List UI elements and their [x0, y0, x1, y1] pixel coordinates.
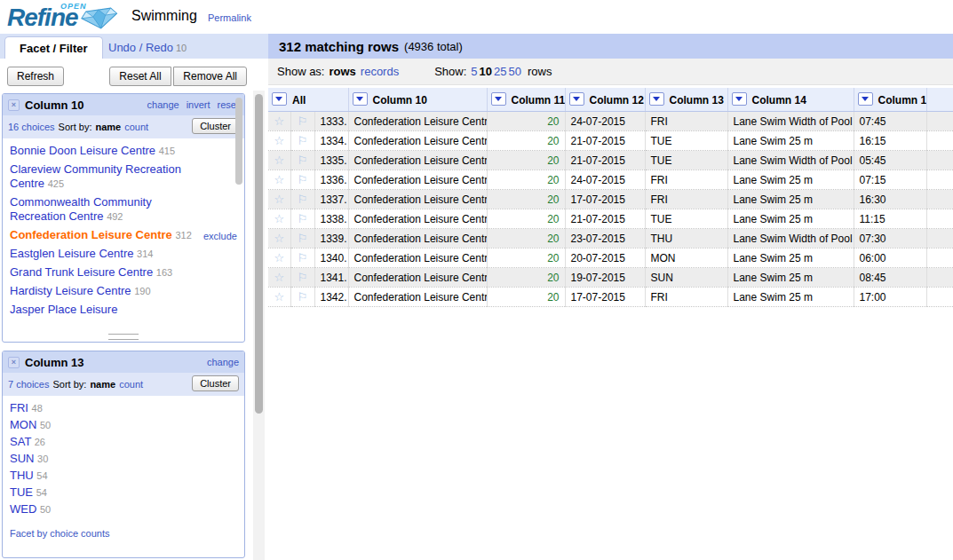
permalink-link[interactable]: Permalink — [208, 12, 251, 23]
cell-c13[interactable]: FRI — [645, 112, 727, 131]
refresh-button[interactable]: Refresh — [7, 67, 64, 86]
cluster-button[interactable]: Cluster — [192, 118, 239, 134]
star-icon[interactable]: ☆ — [274, 134, 284, 147]
cell-c14[interactable]: Lane Swim Width of Pool — [727, 229, 854, 248]
facet-choice-label[interactable]: SAT — [10, 435, 31, 448]
facet-change-link[interactable]: change — [207, 357, 239, 367]
facet-choice-label[interactable]: Clareview Community Recreation Centre — [10, 162, 181, 190]
flag-icon[interactable]: ⚐ — [298, 212, 308, 225]
show-as-rows-option[interactable]: rows — [329, 65, 355, 78]
star-icon[interactable]: ☆ — [274, 271, 284, 284]
star-icon[interactable]: ☆ — [274, 251, 284, 264]
tab-undo-redo[interactable]: Undo / Redo10 — [108, 41, 187, 54]
cell-c11[interactable]: 20 — [487, 209, 565, 229]
flag-icon[interactable]: ⚐ — [298, 290, 308, 304]
cell-c15[interactable]: 07:30 — [854, 229, 926, 248]
cell-c14[interactable]: Lane Swim 25 m — [727, 209, 854, 229]
cell-c14[interactable]: Lane Swim 25 m — [727, 248, 854, 268]
facet-choices-count[interactable]: 16 choices — [8, 122, 55, 132]
cell-c11[interactable]: 20 — [487, 112, 565, 131]
close-icon[interactable]: × — [8, 357, 20, 368]
column-menu-dropdown-icon[interactable] — [491, 92, 506, 106]
cell-c10[interactable]: Confederation Leisure Centre — [348, 112, 487, 131]
column-menu-dropdown-icon[interactable] — [858, 92, 873, 106]
cell-c14[interactable]: Lane Swim 25 m — [727, 170, 854, 190]
cell-c13[interactable]: FRI — [645, 288, 727, 307]
star-icon[interactable]: ☆ — [274, 232, 284, 245]
cell-c15[interactable]: 07:15 — [854, 170, 926, 190]
column-menu-dropdown-icon[interactable] — [272, 92, 287, 106]
facet-choice-exclude-link[interactable]: exclude — [203, 229, 237, 243]
reset-all-button[interactable]: Reset All — [109, 67, 171, 86]
cell-c11[interactable]: 20 — [487, 190, 565, 209]
cluster-button[interactable]: Cluster — [192, 375, 239, 391]
close-icon[interactable]: × — [8, 99, 20, 111]
cell-c13[interactable]: THU — [645, 229, 727, 248]
star-icon[interactable]: ☆ — [274, 212, 284, 225]
cell-c15[interactable]: 11:15 — [854, 209, 926, 229]
facet-change-link[interactable]: change — [147, 99, 179, 110]
cell-c12[interactable]: 24-07-2015 — [565, 170, 645, 190]
cell-c10[interactable]: Confederation Leisure Centre — [348, 170, 487, 190]
cell-c13[interactable]: FRI — [645, 170, 727, 190]
flag-icon[interactable]: ⚐ — [298, 193, 308, 206]
project-title[interactable]: Swimming — [131, 8, 197, 24]
cell-c12[interactable]: 21-07-2015 — [565, 131, 645, 151]
star-icon[interactable]: ☆ — [274, 290, 284, 304]
facet-choices-count[interactable]: 7 choices — [8, 379, 49, 390]
flag-icon[interactable]: ⚐ — [298, 232, 308, 245]
facet-choice-label[interactable]: Hardisty Leisure Centre — [10, 284, 131, 297]
star-icon[interactable]: ☆ — [274, 173, 284, 186]
facet-choice-label[interactable]: THU — [10, 469, 34, 482]
flag-icon[interactable]: ⚐ — [298, 154, 308, 167]
cell-c11[interactable]: 20 — [487, 170, 565, 190]
star-icon[interactable]: ☆ — [274, 154, 284, 167]
left-panel-scrollbar[interactable] — [253, 91, 265, 560]
facet-scrollbar-thumb[interactable] — [235, 98, 242, 185]
cell-c12[interactable]: 17-07-2015 — [565, 288, 645, 307]
cell-c10[interactable]: Confederation Leisure Centre — [348, 268, 487, 288]
facet-choice-label[interactable]: MON — [10, 418, 36, 431]
facet-choice-label[interactable]: SUN — [10, 452, 34, 465]
cell-c10[interactable]: Confederation Leisure Centre — [348, 209, 487, 229]
cell-c12[interactable]: 23-07-2015 — [565, 229, 645, 248]
cell-c13[interactable]: TUE — [645, 209, 727, 229]
cell-c13[interactable]: FRI — [645, 190, 727, 209]
cell-c11[interactable]: 20 — [487, 131, 565, 151]
cell-c10[interactable]: Confederation Leisure Centre — [348, 190, 487, 209]
cell-c14[interactable]: Lane Swim Width of Pool — [727, 151, 854, 170]
facet-resize-handle[interactable] — [108, 334, 139, 340]
flag-icon[interactable]: ⚐ — [298, 114, 308, 128]
sort-count-option[interactable]: count — [124, 122, 148, 132]
facet-by-choice-counts-link[interactable]: Facet by choice counts — [10, 528, 110, 539]
cell-c13[interactable]: SUN — [645, 268, 727, 288]
sort-name-option[interactable]: name — [90, 379, 115, 390]
page-size-25[interactable]: 25 — [494, 65, 506, 78]
cell-c12[interactable]: 17-07-2015 — [565, 190, 645, 209]
cell-c14[interactable]: Lane Swim 25 m — [727, 131, 854, 151]
cell-c12[interactable]: 21-07-2015 — [565, 209, 645, 229]
cell-c13[interactable]: MON — [645, 248, 727, 268]
cell-c13[interactable]: TUE — [645, 151, 727, 170]
cell-c11[interactable]: 20 — [487, 229, 565, 248]
cell-c11[interactable]: 20 — [487, 248, 565, 268]
remove-all-button[interactable]: Remove All — [173, 67, 247, 86]
cell-c15[interactable]: 16:15 — [854, 131, 926, 151]
cell-c14[interactable]: Lane Swim 25 m — [727, 268, 854, 288]
cell-c15[interactable]: 06:00 — [854, 248, 926, 268]
sort-name-option[interactable]: name — [96, 122, 122, 132]
cell-c15[interactable]: 05:45 — [854, 151, 926, 170]
facet-choice-label[interactable]: WED — [10, 502, 36, 516]
facet-choice-label[interactable]: Commonwealth Community Recreation Centre — [10, 195, 152, 223]
cell-c11[interactable]: 20 — [487, 151, 565, 170]
star-icon[interactable]: ☆ — [274, 114, 284, 128]
cell-c15[interactable]: 17:00 — [854, 288, 926, 307]
facet-choice-label[interactable]: TUE — [10, 485, 33, 499]
cell-c10[interactable]: Confederation Leisure Centre — [348, 229, 487, 248]
page-size-50[interactable]: 50 — [509, 65, 521, 78]
openrefine-logo[interactable]: Refine OPEN — [7, 1, 119, 34]
facet-choice-label[interactable]: Confederation Leisure Centre — [10, 228, 172, 241]
cell-c11[interactable]: 20 — [487, 268, 565, 288]
cell-c10[interactable]: Confederation Leisure Centre — [348, 288, 487, 307]
cell-c12[interactable]: 20-07-2015 — [565, 248, 645, 268]
